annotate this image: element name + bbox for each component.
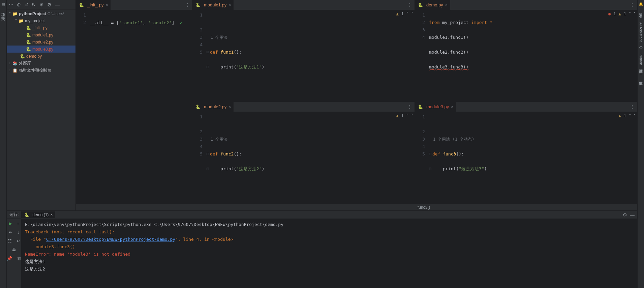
code-body[interactable]: __all__ = ['module1', 'module2'] ✓ bbox=[89, 10, 192, 203]
tree-module2[interactable]: 🐍module2.py bbox=[7, 38, 75, 46]
code-body[interactable]: 1 个用法 ⊟def func1(): ⊟ print("这是方法1") bbox=[205, 10, 415, 102]
stop-icon[interactable]: ⇤ bbox=[9, 230, 12, 236]
run-tab[interactable]: 🐍 demo (1) × bbox=[21, 211, 55, 218]
tab-module2[interactable]: 🐍 module2.py × bbox=[192, 102, 234, 112]
tab-menu-icon[interactable]: ⋮ bbox=[627, 3, 637, 7]
close-icon[interactable]: × bbox=[105, 3, 108, 7]
tab-menu-icon[interactable]: ⋮ bbox=[627, 105, 637, 109]
tab-menu-icon[interactable]: ⋮ bbox=[405, 105, 415, 109]
run-icon[interactable]: ▶ bbox=[9, 221, 12, 227]
layout-icon[interactable]: ☷ bbox=[8, 238, 12, 244]
python-console-icon[interactable]: ⎔ bbox=[638, 45, 644, 50]
prev-icon[interactable]: ˄ bbox=[629, 113, 631, 118]
prev-icon[interactable]: ˄ bbox=[406, 113, 408, 118]
tab-menu-icon[interactable]: ⋮ bbox=[405, 3, 415, 7]
code-body[interactable]: 1 个用法 ⊟def func2(): ⊟ print("这是方法2") bbox=[205, 112, 415, 203]
editor-module1: 🐍 module1.py × ⋮ 12345 1 个用法 ⊟def func1(… bbox=[192, 0, 415, 102]
tab-init[interactable]: 🐍 _init_.py × bbox=[76, 0, 111, 10]
error-file-link[interactable]: C:\Users\97607\Desktop\EWEW\pythonProjec… bbox=[46, 237, 176, 242]
breadcrumb-empty bbox=[76, 204, 415, 210]
error-icon[interactable]: ● bbox=[608, 11, 611, 16]
toolbar-gear-icon[interactable]: ⚙ bbox=[47, 2, 52, 7]
tree-scratches[interactable]: ›📋 临时文件和控制台 bbox=[7, 67, 75, 74]
editor-module3: 🐍 module3.py × ⋮ 12345 1 个用法 (1 个动态) ⊟de… bbox=[415, 102, 637, 204]
toolbar-add-icon[interactable]: ⊕ bbox=[17, 2, 21, 7]
sidebar-toolbar: ⋯ ⊕ ≓ ↻ ⛯ ⚙ — bbox=[7, 0, 75, 9]
breadcrumb[interactable]: func3() bbox=[415, 204, 637, 210]
toolbar-minimize-icon[interactable]: — bbox=[55, 2, 60, 7]
minimize-icon[interactable]: — bbox=[630, 212, 635, 218]
tree-demo[interactable]: 🐍demo.py bbox=[7, 53, 75, 60]
tree-external-libs[interactable]: ›📚 外部库 bbox=[7, 60, 75, 67]
tree-module3[interactable]: 🐍module3.py bbox=[7, 46, 75, 53]
ai-icon[interactable]: ⊛ bbox=[638, 13, 644, 19]
project-tree: ˅📁 pythonProject C:\Users\ ˅📁 my_project… bbox=[7, 9, 75, 210]
tree-module1[interactable]: 🐍module1.py bbox=[7, 31, 75, 38]
editor-init: 🐍 _init_.py × ⋮ 12 __all__ = ['module1',… bbox=[76, 0, 192, 204]
close-icon[interactable]: × bbox=[50, 212, 53, 217]
right-label-pyconsole[interactable]: Python 控制台 bbox=[638, 54, 643, 66]
next-icon[interactable]: ˅ bbox=[634, 11, 636, 16]
prev-icon[interactable]: ˄ bbox=[406, 11, 408, 16]
close-icon[interactable]: × bbox=[228, 3, 231, 7]
close-icon[interactable]: × bbox=[228, 105, 231, 109]
tree-my-project[interactable]: ˅📁 my_project bbox=[7, 17, 75, 24]
check-icon: ✓ bbox=[180, 20, 182, 25]
close-icon[interactable]: × bbox=[445, 3, 448, 7]
editor-module2: 🐍 module2.py × ⋮ 12345 1 个用法 ⊟def func2(… bbox=[192, 102, 415, 204]
right-label-ai[interactable]: AI Assistant bbox=[639, 22, 643, 41]
wrap-icon[interactable]: ↵ bbox=[17, 238, 20, 244]
warning-icon[interactable]: ▲ bbox=[396, 11, 399, 16]
close-icon[interactable]: × bbox=[451, 105, 453, 109]
code-body[interactable]: from my_project import * module1.func1()… bbox=[428, 10, 637, 102]
project-sidebar: ⋯ ⊕ ≓ ↻ ⛯ ⚙ — ˅📁 pythonProject C:\Users\… bbox=[7, 0, 76, 210]
prev-icon[interactable]: ˄ bbox=[629, 11, 631, 16]
trash-icon[interactable]: 🗑 bbox=[17, 256, 21, 262]
gear-icon[interactable]: ⚙ bbox=[623, 212, 627, 218]
tree-project-root[interactable]: ˅📁 pythonProject C:\Users\ bbox=[7, 10, 75, 17]
tab-demo[interactable]: 🐍 demo.py × bbox=[415, 0, 451, 10]
toolbar-target-icon[interactable]: ⛯ bbox=[39, 2, 44, 7]
toolbar-collapse-icon[interactable]: ≓ bbox=[24, 2, 28, 7]
next-icon[interactable]: ˅ bbox=[411, 113, 413, 118]
left-tool-strip: ▤ 项目 提交 结构 bbox=[0, 0, 7, 288]
toolbar-refresh-icon[interactable]: ↻ bbox=[32, 2, 36, 7]
tab-module3[interactable]: 🐍 module3.py × bbox=[415, 102, 456, 112]
warning-icon[interactable]: ▲ bbox=[619, 113, 621, 118]
usage-hint[interactable]: 1 个用法 bbox=[207, 34, 412, 41]
editor-demo: 🐍 demo.py × ⋮ 1234 from my_project impor… bbox=[415, 0, 637, 102]
up-icon[interactable]: ↑ bbox=[17, 221, 19, 227]
warning-icon[interactable]: ▲ bbox=[396, 113, 399, 118]
editor-grid: 🐍 _init_.py × ⋮ 12 __all__ = ['module1',… bbox=[76, 0, 637, 210]
right-tool-strip: 🔔 通知 ⊛ AI Assistant ⎔ Python 控制台 🗄 数据库 bbox=[637, 0, 644, 288]
gutter: 12 bbox=[76, 10, 89, 203]
pin-icon[interactable]: 📌 bbox=[7, 256, 12, 262]
tree-init[interactable]: 🐍_init_.py bbox=[7, 24, 75, 31]
tab-menu-icon[interactable]: ⋮ bbox=[183, 3, 192, 7]
next-icon[interactable]: ˅ bbox=[411, 11, 413, 16]
code-body[interactable]: 1 个用法 (1 个动态) ⊟def func3(): ⊟ print("这是方… bbox=[428, 112, 637, 203]
down-icon[interactable]: ↓ bbox=[17, 230, 20, 236]
database-icon[interactable]: 🗄 bbox=[638, 70, 644, 75]
tab-module1[interactable]: 🐍 module1.py × bbox=[192, 0, 234, 10]
next-icon[interactable]: ˅ bbox=[634, 113, 636, 118]
bell-icon[interactable]: 🔔 bbox=[638, 1, 644, 7]
print-icon[interactable]: 🖶 bbox=[12, 247, 16, 253]
console-output[interactable]: E:\dianxin\venv\pythonProject\Scripts\py… bbox=[22, 219, 637, 288]
usage-hint[interactable]: 1 个用法 bbox=[207, 136, 412, 143]
usage-hint[interactable]: 1 个用法 (1 个动态) bbox=[429, 136, 634, 143]
run-panel: 运行: 🐍 demo (1) × ⚙ — ▶↑ ⇤↓ ☷↵ 🖶 📌🗑 E:\di… bbox=[7, 210, 637, 288]
project-icon[interactable]: ▤ bbox=[1, 1, 6, 7]
run-toolbar: ▶↑ ⇤↓ ☷↵ 🖶 📌🗑 bbox=[7, 219, 22, 288]
toolbar-more-icon[interactable]: ⋯ bbox=[9, 2, 13, 7]
warning-icon[interactable]: ▲ bbox=[619, 11, 621, 16]
run-label: 运行: bbox=[9, 212, 19, 218]
